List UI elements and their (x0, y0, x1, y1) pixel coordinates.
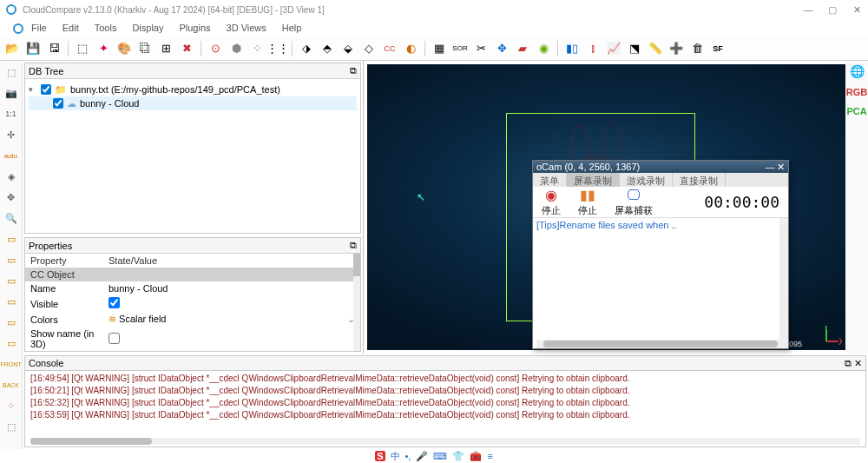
console-close-icon[interactable]: ✕ (854, 358, 862, 369)
view-back-icon[interactable]: ▭ (3, 252, 19, 268)
ocam-tab-menu[interactable]: 菜单 (533, 173, 567, 187)
console-hscrollbar[interactable] (30, 438, 860, 445)
cc-icon[interactable]: CC (381, 40, 398, 57)
ocam-hscrollbar[interactable] (536, 340, 785, 348)
child-visibility-checkbox[interactable] (53, 98, 63, 109)
zoom-icon[interactable]: 🔍 (3, 210, 19, 226)
ocam-minimize-icon[interactable]: — (765, 162, 774, 172)
merge-icon[interactable]: ⊞ (157, 40, 174, 57)
props-scrollbar[interactable] (353, 254, 360, 351)
view-right-icon[interactable]: ▭ (3, 294, 19, 309)
center-icon[interactable]: ✢ (3, 127, 19, 142)
menu-tools[interactable]: Tools (88, 21, 124, 35)
collapse-arrow-icon[interactable]: ▾ (29, 85, 37, 94)
global-shift-icon[interactable]: ⬚ (74, 40, 91, 57)
scale-1to1-icon[interactable]: 1:1 (3, 106, 19, 122)
root-visibility-checkbox[interactable] (41, 84, 51, 95)
view-ortho-icon[interactable]: ▭ (3, 335, 19, 351)
point-picking-icon[interactable]: ⊙ (207, 40, 224, 57)
tree-root-row[interactable]: ▾ 📁 bunny.txt (E:/my-github-repos/149_pc… (29, 83, 357, 96)
segment-icon[interactable]: ▰ (514, 40, 531, 57)
ruler-icon[interactable]: 📏 (647, 40, 664, 57)
rgb-tool-icon[interactable]: RGB (846, 87, 867, 97)
save-icon[interactable]: 💾 (24, 40, 42, 57)
ocam-tab-game[interactable]: 游戏录制 (620, 173, 673, 187)
clone-icon[interactable]: ⿻ (136, 40, 154, 57)
ocam-capture-button[interactable]: 🖵屏幕捕获 (615, 188, 653, 217)
view-persp-icon[interactable]: ▭ (3, 314, 19, 330)
3d-viewport[interactable]: ↖ 0. 095 Y X oCam (0, 4, 2560, 1367) — (367, 64, 845, 350)
save-all-icon[interactable]: 🖫 (45, 40, 62, 57)
ocam-window[interactable]: oCam (0, 4, 2560, 1367) — ✕ 菜单 屏幕录制 游戏录制… (532, 160, 789, 349)
histogram-icon[interactable]: ▮▯ (563, 40, 581, 57)
colorize-icon[interactable]: 🎨 (115, 40, 133, 57)
window-maximize-button[interactable]: ▢ (826, 4, 838, 16)
normals-icon[interactable]: ⬢ (227, 40, 245, 57)
prop-showname-checkbox[interactable] (108, 333, 120, 344)
sogou-icon[interactable]: S (375, 451, 385, 461)
console-undock-icon[interactable]: ⧉ (845, 358, 852, 369)
ime-menu-icon[interactable]: ≡ (487, 451, 492, 461)
sample-icon[interactable]: ⋮⋮ (269, 40, 286, 57)
ime-keyboard-icon[interactable]: ⌨ (433, 451, 447, 462)
globe-icon[interactable]: 🌐 (850, 64, 865, 78)
back-label-icon[interactable]: BACK (3, 377, 19, 393)
properties-undock-icon[interactable]: ⧉ (350, 240, 357, 251)
prop-colors-val[interactable]: Scalar field (119, 314, 166, 324)
trash-icon[interactable]: 🗑 (688, 40, 706, 57)
ocam-close-icon[interactable]: ✕ (777, 162, 785, 173)
menu-plugins[interactable]: Plugins (172, 21, 217, 35)
menu-file[interactable]: File (24, 21, 54, 35)
view-front-icon[interactable]: ▭ (3, 231, 19, 247)
fit-icon[interactable]: ◐ (402, 40, 419, 57)
pca-tool-icon[interactable]: PCA (846, 106, 866, 116)
delete-icon[interactable]: ✖ (178, 40, 195, 57)
ocam-titlebar[interactable]: oCam (0, 4, 2560, 1367) — ✕ (533, 161, 788, 173)
translate-icon[interactable]: ✥ (493, 40, 510, 57)
add-icon[interactable]: ➕ (667, 40, 685, 57)
ime-mic-icon[interactable]: 🎤 (416, 451, 428, 462)
pick-rotation-icon[interactable]: ✦ (95, 40, 112, 57)
octree-icon[interactable]: ⁘ (248, 40, 266, 57)
window-close-button[interactable]: ✕ (851, 4, 863, 16)
front-label-icon[interactable]: FRONT (3, 356, 19, 372)
menu-display[interactable]: Display (125, 21, 170, 35)
fine-reg-icon[interactable]: ⬙ (339, 40, 357, 57)
plot-icon[interactable]: 📈 (605, 40, 622, 57)
view-left-icon[interactable]: ▭ (3, 273, 19, 288)
window-minimize-button[interactable]: — (802, 4, 814, 16)
register-icon[interactable]: ⬘ (319, 40, 336, 57)
ocam-stop-button[interactable]: ◉停止 (542, 188, 561, 217)
auto-icon[interactable]: auto (3, 148, 19, 163)
stats-icon[interactable]: ⫿ (584, 40, 602, 57)
ime-skin-icon[interactable]: 👕 (452, 451, 464, 462)
ime-punct-icon[interactable]: •, (405, 451, 411, 461)
menu-edit[interactable]: Edit (56, 21, 86, 35)
menu-3dviews[interactable]: 3D Views (220, 21, 273, 35)
ime-lang-icon[interactable]: 中 (391, 450, 400, 463)
points-icon[interactable]: ⁘ (3, 398, 19, 413)
tree-child-row[interactable]: ☁ bunny - Cloud (29, 96, 357, 110)
align-icon[interactable]: ⬗ (298, 40, 315, 57)
sor-icon[interactable]: SOR (451, 40, 469, 57)
primitive-icon[interactable]: ◇ (360, 40, 378, 57)
checker-icon[interactable]: ▦ (431, 40, 448, 57)
level-icon[interactable]: ◉ (535, 40, 552, 57)
sf-label-icon[interactable]: SF (709, 40, 727, 57)
open-icon[interactable]: 📂 (3, 40, 21, 57)
ocam-tips-link[interactable]: [Tips]Rename files saved when .. (536, 220, 677, 230)
ocam-tab-direct[interactable]: 直接录制 (673, 173, 726, 187)
ocam-tab-screen[interactable]: 屏幕录制 (567, 173, 620, 187)
ime-toolbox-icon[interactable]: 🧰 (470, 451, 482, 462)
menu-help[interactable]: Help (275, 21, 309, 35)
view-top-icon[interactable]: ⬚ (3, 64, 19, 80)
prop-visible-checkbox[interactable] (108, 297, 120, 308)
scissors-icon[interactable]: ✂ (472, 40, 490, 57)
move-icon[interactable]: ✥ (3, 189, 19, 205)
ocam-pause-button[interactable]: ▮▮停止 (578, 188, 597, 217)
sf-icon[interactable]: ⬔ (626, 40, 643, 57)
dbtree-undock-icon[interactable]: ⧉ (350, 65, 357, 76)
view-iso-icon[interactable]: ◈ (3, 169, 19, 184)
ocam-vscrollbar[interactable] (779, 218, 788, 348)
misc-icon[interactable]: ⬚ (3, 419, 19, 434)
